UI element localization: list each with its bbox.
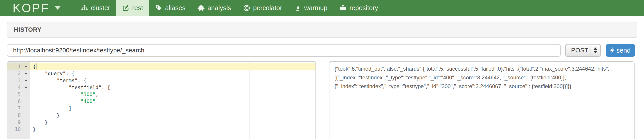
code-line-text: } bbox=[30, 126, 316, 133]
nav-tab-percolator[interactable]: percolator bbox=[237, 0, 288, 16]
line-number: 6 bbox=[18, 98, 21, 105]
editor-line[interactable]: 6 "400" bbox=[7, 98, 316, 105]
editor-lines: 1{2 "query": {3 "terms": {4 "testfield":… bbox=[7, 63, 316, 133]
briefcase-icon bbox=[340, 4, 346, 12]
editor-line[interactable]: 3 "terms": { bbox=[7, 77, 316, 84]
select-arrows-icon bbox=[590, 44, 600, 56]
response-panel: {"took":8,"timed_out":false,"_shards":{"… bbox=[329, 61, 634, 139]
editor-line[interactable]: 7 ] bbox=[7, 105, 316, 112]
kopf-logo-text: KOPF bbox=[12, 0, 49, 16]
nav-tab-cluster[interactable]: cluster bbox=[75, 0, 116, 16]
nav-tab-analysis[interactable]: analysis bbox=[192, 0, 237, 16]
nav-tab-label: cluster bbox=[91, 4, 110, 12]
caret-down-icon[interactable] bbox=[55, 6, 60, 10]
code-line-text: } bbox=[30, 112, 316, 119]
tag-icon bbox=[155, 4, 162, 12]
code-line-text: "query": { bbox=[30, 70, 316, 77]
text-cursor bbox=[36, 64, 36, 70]
editor-line[interactable]: 4 "testfield": [ bbox=[7, 84, 316, 91]
nav-tab-label: repository bbox=[350, 4, 378, 12]
code-line-text: ] bbox=[30, 105, 316, 112]
gutter-cell: 5 bbox=[7, 91, 30, 98]
line-number: 4 bbox=[18, 84, 21, 91]
sitemap-icon bbox=[81, 4, 88, 12]
editor-line[interactable]: 2 "query": { bbox=[7, 70, 316, 77]
code-line-text: "400" bbox=[30, 98, 316, 105]
code-line-text: } bbox=[30, 119, 316, 126]
code-line-text: "300", bbox=[30, 91, 316, 98]
nav-tab-label: percolator bbox=[253, 4, 282, 12]
nav-tab-warmup[interactable]: warmup bbox=[288, 0, 334, 16]
code-line-text: "testfield": [ bbox=[30, 84, 316, 91]
line-number: 9 bbox=[18, 119, 21, 126]
editor-line[interactable]: 10} bbox=[7, 126, 316, 133]
history-accordion-header[interactable]: HISTORY bbox=[7, 22, 637, 38]
line-number: 2 bbox=[18, 70, 21, 77]
line-number: 5 bbox=[18, 91, 21, 98]
gutter-cell: 6 bbox=[7, 98, 30, 105]
nav-tab-rest[interactable]: rest bbox=[116, 0, 149, 16]
fold-toggle-icon[interactable] bbox=[24, 80, 28, 82]
send-button[interactable]: send bbox=[606, 44, 635, 57]
history-title: HISTORY bbox=[14, 26, 42, 33]
edit-icon bbox=[122, 4, 129, 12]
gutter-cell: 8 bbox=[7, 112, 30, 119]
fold-toggle-icon[interactable] bbox=[24, 86, 28, 88]
nav-tab-repository[interactable]: repository bbox=[334, 0, 384, 16]
fold-toggle-icon[interactable] bbox=[24, 66, 28, 68]
nav-tab-aliases[interactable]: aliases bbox=[149, 0, 192, 16]
nav-tab-label: rest bbox=[132, 4, 143, 12]
send-button-label: send bbox=[616, 47, 631, 54]
fold-toggle-icon[interactable] bbox=[24, 73, 28, 75]
gutter-cell: 10 bbox=[7, 126, 30, 133]
response-json-text: {"took":8,"timed_out":false,"_shards":{"… bbox=[334, 64, 629, 91]
kopf-logo[interactable]: KOPF bbox=[12, 0, 60, 16]
nav-tab-label: aliases bbox=[165, 4, 186, 12]
gutter-cell: 9 bbox=[7, 119, 30, 126]
code-line-text: "terms": { bbox=[30, 77, 316, 84]
request-url-input[interactable] bbox=[7, 44, 561, 57]
line-number: 8 bbox=[18, 112, 21, 119]
fire-icon bbox=[294, 4, 301, 12]
gutter-cell: 1 bbox=[7, 63, 30, 70]
line-number: 7 bbox=[18, 105, 21, 112]
line-number: 3 bbox=[18, 77, 21, 84]
editor-line[interactable]: 5 "300", bbox=[7, 91, 316, 98]
nav-tab-label: analysis bbox=[208, 4, 231, 12]
navbar: KOPF clusterrestaliasesanalysispercolato… bbox=[0, 0, 644, 16]
bolt-icon bbox=[610, 47, 614, 54]
method-select-value: POST bbox=[566, 47, 590, 54]
bullseye-icon bbox=[243, 4, 250, 12]
line-number: 10 bbox=[15, 126, 21, 133]
line-number: 1 bbox=[18, 63, 21, 70]
gutter-cell: 7 bbox=[7, 105, 30, 112]
code-line-text: { bbox=[30, 63, 316, 70]
puzzle-icon bbox=[198, 4, 204, 12]
nav-tabs: clusterrestaliasesanalysispercolatorwarm… bbox=[75, 0, 384, 16]
nav-tab-label: warmup bbox=[304, 4, 328, 12]
gutter-cell: 2 bbox=[7, 70, 30, 77]
method-select[interactable]: POST bbox=[565, 44, 601, 57]
gutter-cell: 3 bbox=[7, 77, 30, 84]
request-body-editor[interactable]: 1{2 "query": {3 "terms": {4 "testfield":… bbox=[7, 61, 316, 139]
editor-line[interactable]: 8 } bbox=[7, 112, 316, 119]
gutter-cell: 4 bbox=[7, 84, 30, 91]
editor-line[interactable]: 1{ bbox=[7, 63, 316, 70]
editor-line[interactable]: 9 } bbox=[7, 119, 316, 126]
